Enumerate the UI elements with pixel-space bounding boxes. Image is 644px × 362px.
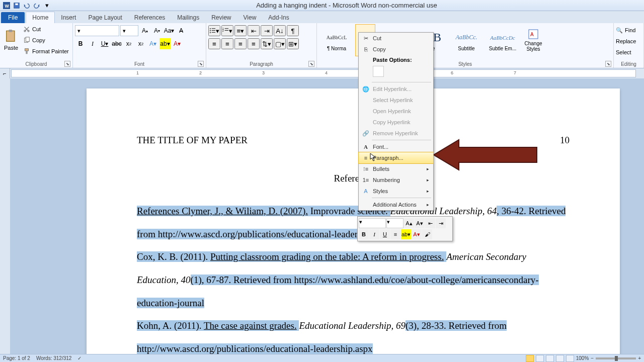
sort-button[interactable]: A↓ [274,25,286,36]
align-center-button[interactable]: ≡ [221,38,233,49]
mini-underline[interactable]: U [380,229,390,239]
tab-mailings[interactable]: Mailings [171,12,205,23]
bullets-button[interactable]: ▾ [208,25,220,36]
status-words[interactable]: Words: 312/312 [36,355,71,361]
tab-addins[interactable]: Add-Ins [262,12,295,23]
ctx-numbering[interactable]: 1≡Numbering▸ [359,174,433,186]
bold-button[interactable]: B [75,38,86,49]
strikethrough-button[interactable]: abc [111,38,122,49]
ctx-copy-hyperlink[interactable]: Copy Hyperlink [359,117,433,128]
status-proofing-icon[interactable]: ✓ [77,355,82,361]
select-button[interactable]: Select [616,47,641,57]
mini-grow-font[interactable]: A▴ [404,218,414,228]
copy-button[interactable]: Copy [23,35,69,45]
view-full-screen[interactable] [536,355,544,362]
undo-icon[interactable] [22,1,31,10]
ctx-edit-hyperlink[interactable]: 🌐Edit Hyperlink... [359,83,433,95]
ruler-toggle[interactable]: ⌐ [0,68,10,78]
svg-marker-24 [434,140,537,170]
ctx-styles[interactable]: AStyles▸ [359,186,433,197]
mini-font-color[interactable]: A▾ [412,229,422,239]
tab-view[interactable]: View [237,12,263,23]
paste-button[interactable]: Paste [2,24,20,56]
find-button[interactable]: 🔍Find [616,25,641,35]
tab-page-layout[interactable]: Page Layout [82,12,128,23]
align-right-button[interactable]: ≡ [234,38,247,49]
clipboard-launcher[interactable]: ⬊ [64,61,70,67]
tab-insert[interactable]: Insert [55,12,82,23]
view-print-layout[interactable] [526,355,534,362]
mini-format-painter[interactable]: 🖌 [422,229,432,239]
align-left-button[interactable]: ≡ [208,38,220,49]
shrink-font-button[interactable]: A▾ [151,25,163,36]
ctx-select-hyperlink[interactable]: Select Hyperlink [359,95,433,106]
change-styles-button[interactable]: AChange Styles [521,24,545,56]
styles-launcher[interactable]: ⬊ [605,61,611,67]
save-icon[interactable] [12,1,21,10]
clear-formatting-button[interactable]: A̶ [176,25,187,36]
multilevel-list-button[interactable]: ≡▾ [234,25,247,36]
word-icon[interactable]: W [2,1,11,10]
subscript-button[interactable]: x2 [123,38,134,49]
tab-references[interactable]: References [128,12,171,23]
view-outline[interactable] [556,355,564,362]
redo-icon[interactable] [32,1,41,10]
status-page[interactable]: Page: 1 of 2 [3,355,30,361]
shading-button[interactable]: ▢▾ [274,38,286,49]
view-web-layout[interactable] [546,355,554,362]
ctx-copy[interactable]: ⎘Copy [359,44,433,55]
replace-button[interactable]: Replace [616,36,641,46]
justify-button[interactable]: ≡ [248,38,260,49]
ctx-remove-hyperlink[interactable]: 🔗Remove Hyperlink [359,128,433,139]
horizontal-ruler[interactable]: 1 2 3 4 5 6 7 [11,69,636,77]
mini-shrink-font[interactable]: A▾ [415,218,425,228]
font-color-button[interactable]: A▾ [172,38,183,49]
italic-button[interactable]: I [87,38,98,49]
increase-indent-button[interactable]: ⇥ [261,25,273,36]
ctx-bullets[interactable]: ⁝≡Bullets▸ [359,163,433,174]
format-painter-button[interactable]: Format Painter [23,46,69,56]
zoom-slider[interactable] [596,357,636,359]
mini-bold[interactable]: B [359,229,369,239]
zoom-in[interactable]: + [638,355,641,361]
underline-button[interactable]: U▾ [99,38,110,49]
qat-dropdown-icon[interactable]: ▾ [42,1,51,10]
mini-highlight[interactable]: ab▾ [401,229,411,239]
ctx-font[interactable]: AFont... [359,141,433,152]
highlight-button[interactable]: ab▾ [159,38,171,49]
mini-italic[interactable]: I [369,229,379,239]
borders-button[interactable]: ⊞▾ [287,38,299,49]
ctx-additional-actions[interactable]: Additional Actions▸ [359,199,433,210]
zoom-out[interactable]: − [591,355,594,361]
decrease-indent-button[interactable]: ⇤ [248,25,260,36]
cut-button[interactable]: Cut [23,24,69,34]
font-size-combo[interactable]: ▾ [120,25,138,36]
mini-center[interactable]: ≡ [390,229,400,239]
change-case-button[interactable]: Aa▾ [164,25,175,36]
tab-file[interactable]: File [1,12,25,23]
mini-font-combo[interactable]: ▾ [359,218,386,228]
mini-size-combo[interactable]: ▾ [386,218,404,228]
zoom-level[interactable]: 100% [576,355,589,361]
ctx-paste-keep-source[interactable] [373,66,384,77]
mini-decrease-indent[interactable]: ⇤ [425,218,435,228]
ctx-cut[interactable]: ✂Cut [359,33,433,44]
style-normal[interactable]: AaBbCcL¶ Norma [319,24,354,56]
grow-font-button[interactable]: A▴ [139,25,150,36]
line-spacing-button[interactable]: ⇅▾ [261,38,273,49]
font-launcher[interactable]: ⬊ [198,61,204,67]
style-subtitle[interactable]: AaBbCc.Subtitle [449,24,484,56]
numbering-button[interactable]: 12▾ [221,25,233,36]
style-subtle-em[interactable]: AaBbCcDcSubtle Em... [485,24,520,56]
tab-home[interactable]: Home [26,12,55,23]
text-effects-button[interactable]: A▾ [147,38,158,49]
font-name-combo[interactable]: ▾ [75,25,119,36]
tab-review[interactable]: Review [205,12,237,23]
show-hide-button[interactable]: ¶ [287,25,299,36]
mini-increase-indent[interactable]: ⇥ [436,218,446,228]
superscript-button[interactable]: x2 [135,38,146,49]
page[interactable]: THE TITLE OF MY PAPER 10 Reference Refer… [87,88,620,354]
ctx-open-hyperlink[interactable]: Open Hyperlink [359,106,433,117]
view-draft[interactable] [566,355,574,362]
paragraph-launcher[interactable]: ⬊ [308,61,314,67]
